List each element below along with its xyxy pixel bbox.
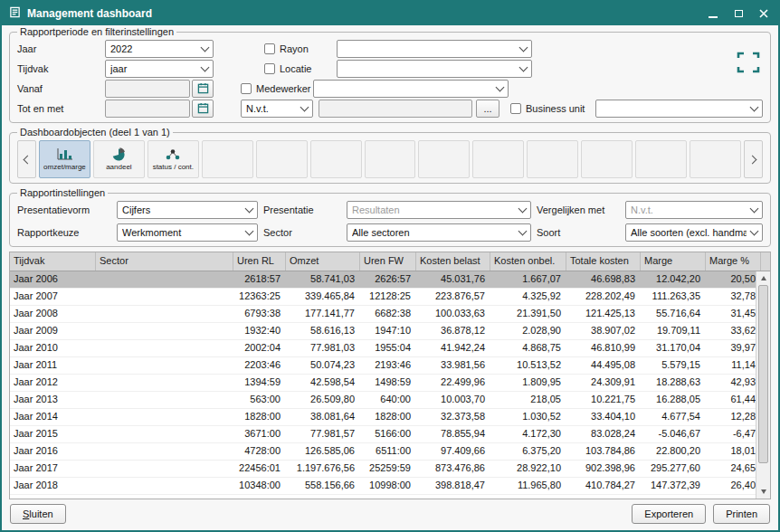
chevron-down-icon [750, 204, 759, 214]
dashboard-slot-empty [472, 140, 524, 178]
vergelijken-met-label: Vergelijken met [537, 204, 620, 215]
presentatie-value: Resultaten [352, 204, 515, 215]
table-row[interactable]: Jaar 2013563:0026.509,80640:0010.003,702… [10, 392, 756, 409]
table-row[interactable]: Jaar 20153671:0077.981,575166:0078.855,9… [10, 426, 756, 443]
table-row[interactable]: Jaar 20141828:0038.081,641828:0032.373,5… [10, 409, 756, 426]
scroll-up-button[interactable] [756, 271, 770, 285]
table-cell: 97.409,66 [416, 443, 490, 460]
rayon-select[interactable] [337, 40, 532, 58]
scrollbar-thumb[interactable] [758, 285, 768, 463]
table-cell: 640:00 [360, 392, 416, 408]
table-cell: 12128:25 [360, 289, 416, 305]
chevron-left-icon [24, 155, 33, 164]
presentatievorm-select[interactable]: Cijfers [117, 201, 258, 219]
column-header[interactable]: Marge % [706, 252, 761, 271]
medewerker-checkbox[interactable] [241, 83, 252, 94]
soort-select[interactable]: Alle soorten (excl. handmatig [625, 223, 763, 242]
medewerker-select[interactable] [313, 80, 509, 98]
rayon-checkbox[interactable] [264, 43, 275, 54]
tot-en-met-input[interactable] [105, 100, 190, 118]
table-cell: 18,01 [706, 443, 756, 460]
table-cell: Jaar 2019 [10, 495, 96, 499]
table-cell: 873.476,86 [416, 461, 490, 477]
maximize-button[interactable] [731, 6, 746, 21]
dashboard-slot-empty [527, 140, 578, 178]
calendar-icon [197, 82, 209, 94]
dashboard-scroll-right-button[interactable] [744, 140, 763, 178]
column-header[interactable]: Kosten onbel. [490, 252, 566, 271]
table-cell: 46.698,83 [566, 271, 641, 288]
column-header[interactable]: Totale kosten [566, 252, 641, 271]
table-cell: 121.425,13 [566, 306, 641, 322]
table-row[interactable]: Jaar 20091932:4058.616,131947:1036.878,1… [10, 323, 756, 340]
table-row[interactable]: Jaar 20164728:00126.585,066511:0097.409,… [10, 443, 756, 461]
rapportkeuze-select[interactable]: Werkmoment [117, 223, 258, 242]
table-row[interactable]: Jaar 20102002:0477.981,031955:0441.942,2… [10, 340, 756, 357]
locatie-checkbox[interactable] [264, 63, 275, 74]
chevron-down-icon [518, 204, 528, 214]
table-cell: 228.202,49 [566, 289, 641, 305]
table-cell [96, 461, 233, 477]
dashboard-slot-empty [418, 140, 470, 178]
column-header[interactable]: Tijdvak [10, 252, 96, 271]
table-cell [96, 289, 233, 305]
table-cell: 4728:00 [233, 443, 286, 460]
business-unit-select[interactable] [595, 100, 763, 118]
table-row[interactable]: Jaar 201722456:011.197.676,5625259:59873… [10, 461, 756, 478]
tot-en-met-calendar-button[interactable] [192, 100, 214, 118]
vanaf-label: Vanaf [17, 83, 105, 94]
table-row[interactable]: Jaar 20062618:5758.741,032626:5745.031,7… [10, 271, 756, 289]
table-row[interactable]: Jaar 2019414:3014.957,141589:3027.682,91… [10, 495, 756, 499]
table-row[interactable]: Jaar 200712363:25339.465,8412128:25223.8… [10, 289, 756, 306]
title-bar[interactable]: Management dashboard [2, 2, 778, 25]
filter-section: Rapportperiode en filterinstellingen Jaa… [9, 26, 771, 123]
dashboard-item-aandeel[interactable]: aandeel [93, 140, 145, 178]
table-row[interactable]: Jaar 20121394:5942.598,541498:5922.499,9… [10, 375, 756, 392]
dashboard-slot-empty [690, 140, 741, 178]
filter-extra-input[interactable] [319, 100, 472, 118]
table-cell: 339.465,84 [286, 289, 360, 305]
business-unit-checkbox[interactable] [510, 103, 521, 114]
browse-button[interactable]: ... [476, 100, 499, 118]
dashboard-item-omzet-marge[interactable]: omzet/marge [39, 140, 90, 178]
exporteren-button[interactable]: Exporteren [632, 504, 706, 524]
close-button[interactable] [756, 6, 771, 21]
vanaf-calendar-button[interactable] [192, 80, 214, 98]
scroll-down-button[interactable] [756, 485, 770, 499]
nvt-select[interactable]: N.v.t. [241, 100, 313, 118]
sluiten-button[interactable]: Sluiten [10, 504, 66, 524]
table-cell [96, 409, 233, 425]
locatie-select[interactable] [337, 60, 532, 78]
table-cell: 33.404,10 [566, 409, 641, 425]
table-row[interactable]: Jaar 201810348:00558.156,6610998:00398.8… [10, 478, 756, 495]
dashboard-item-status-cont[interactable]: status / cont. [147, 140, 199, 178]
table-cell: 77.981,03 [286, 340, 360, 356]
column-header[interactable]: Omzet [286, 252, 360, 271]
table-cell: 41.942,24 [416, 340, 490, 356]
table-cell: 398.818,47 [416, 478, 490, 494]
printen-button[interactable]: Printen [713, 504, 770, 524]
fullscreen-button[interactable] [734, 50, 763, 75]
table-cell: 100.033,63 [416, 306, 490, 322]
vertical-scrollbar[interactable] [756, 271, 770, 499]
table-cell: 295.277,60 [641, 461, 706, 477]
table-cell: 83.028,24 [566, 426, 641, 442]
jaar-select[interactable]: 2022 [105, 40, 214, 58]
table-cell: 898,75 [490, 495, 566, 499]
minimize-button[interactable] [706, 6, 720, 21]
vanaf-input[interactable] [105, 80, 190, 98]
tijdvak-select[interactable]: jaar [105, 60, 214, 78]
dashboard-scroll-left-button[interactable] [17, 140, 36, 178]
column-header[interactable]: Sector [96, 252, 233, 271]
column-header[interactable]: Kosten belast [416, 252, 490, 271]
filter-row-tot-en-met: Tot en met N.v.t. ... Business unit [17, 99, 763, 118]
table-cell: 42.598,54 [286, 375, 360, 391]
table-row[interactable]: Jaar 20112203:4650.074,232193:4633.981,5… [10, 357, 756, 375]
column-header[interactable]: Uren RL [233, 252, 286, 271]
column-header[interactable]: Marge [641, 252, 706, 271]
table-row[interactable]: Jaar 20086793:38177.141,776682:38100.033… [10, 306, 756, 323]
pie-chart-icon [111, 147, 126, 161]
dashboard-slot-empty [202, 140, 253, 178]
sector-select[interactable]: Alle sectoren [347, 223, 531, 242]
column-header[interactable]: Uren FW [360, 252, 416, 271]
